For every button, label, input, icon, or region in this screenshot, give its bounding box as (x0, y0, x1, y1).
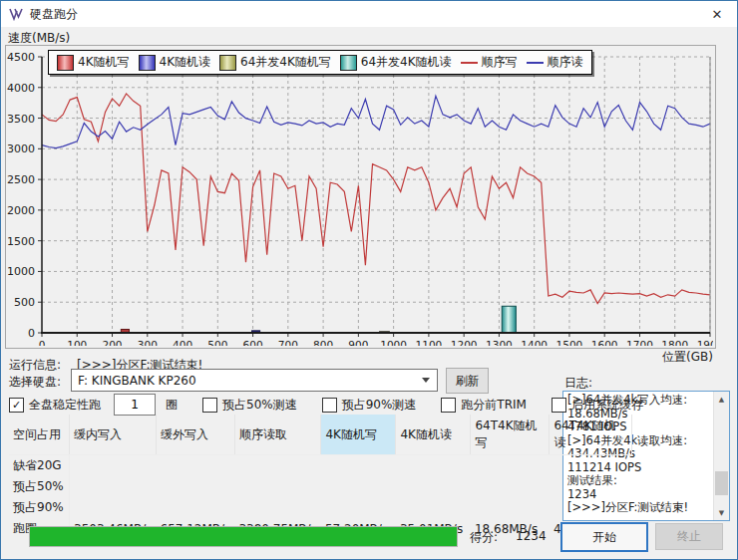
checkbox[interactable] (202, 398, 217, 413)
table-cell (321, 455, 396, 477)
close-icon[interactable]: ✕ (697, 1, 737, 27)
bar-64并发4K随机读 (502, 306, 516, 333)
refresh-button[interactable]: 刷新 (446, 368, 489, 394)
series-顺序写 (42, 94, 710, 304)
legend-line-icon (461, 62, 478, 64)
legend-label: 顺序写 (482, 54, 518, 71)
disk-combobox-value: F: KINGBANK KP260 (78, 374, 422, 388)
option-stability[interactable]: ✓ 全盘稳定性跑 (9, 397, 101, 414)
table-header-64T4K随机读[interactable]: 64T4K随机读 (550, 415, 632, 455)
table-cell (234, 476, 321, 497)
legend-label: 4K随机写 (78, 54, 130, 71)
svg-text:1500: 1500 (556, 339, 583, 346)
table-cell (396, 497, 471, 518)
option-跑分前TRIM[interactable]: 跑分前TRIM (441, 397, 527, 414)
x-axis-title: 位置(GB) (637, 349, 713, 366)
title-bar: 硬盘跑分 ✕ (1, 1, 737, 27)
table-cell: 预占90% (9, 497, 70, 518)
table-cell (550, 476, 632, 497)
table-cell (70, 455, 157, 477)
legend-label: 64并发4K随机读 (361, 54, 452, 71)
run-info-label: 运行信息: (9, 357, 61, 374)
table-header-顺序读取[interactable]: 顺序读取 (234, 415, 321, 455)
benchmark-window: 硬盘跑分 ✕ 速度(MB/s) 050010001500200025003000… (0, 0, 738, 560)
legend-item: 4K随机读 (139, 54, 211, 71)
legend-item: 64并发4K随机写 (219, 54, 331, 71)
legend-swatch-icon (340, 55, 357, 71)
svg-text:0: 0 (39, 339, 46, 346)
table-cell (321, 476, 396, 497)
table-cell (70, 497, 157, 518)
options-row: ✓ 全盘稳定性跑 圈 预占50%测速预占90%测速跑分前TRIM启用系统缓存 (9, 393, 643, 417)
svg-text:4000: 4000 (7, 82, 35, 95)
scroll-up-icon[interactable]: ▲ (714, 392, 729, 407)
svg-text:900: 900 (348, 339, 368, 346)
disk-combobox[interactable]: F: KINGBANK KP260 (71, 369, 438, 392)
table-header-缓外写入[interactable]: 缓外写入 (157, 415, 235, 455)
checkbox-stability[interactable]: ✓ (9, 398, 24, 413)
table-cell (157, 497, 235, 518)
svg-text:600: 600 (243, 339, 263, 346)
legend-swatch-icon (139, 55, 156, 71)
start-button[interactable]: 开始 (560, 522, 648, 552)
table-row[interactable]: 预占50% (9, 476, 632, 497)
legend-label: 4K随机读 (160, 54, 211, 71)
app-icon (9, 8, 23, 21)
svg-text:300: 300 (138, 339, 158, 346)
svg-text:1300: 1300 (486, 339, 513, 346)
table-cell (234, 455, 321, 477)
chart-canvas: 0500100015002000250030003500400045000100… (6, 46, 713, 346)
table-cell (471, 476, 550, 497)
scrollbar-thumb[interactable] (715, 471, 728, 495)
table-header-空间占用[interactable]: 空间占用 (9, 415, 70, 455)
score-value: 1234 (516, 529, 547, 543)
legend-swatch-icon (219, 55, 236, 71)
log-scrollbar[interactable]: ▲ ▼ (713, 392, 729, 520)
option-label: 启用系统缓存 (571, 397, 643, 414)
option-label: 跑分前TRIM (461, 397, 527, 414)
legend-label: 64并发4K随机写 (240, 54, 331, 71)
option-预占90%测速[interactable]: 预占90%测速 (322, 397, 417, 414)
svg-text:2500: 2500 (7, 173, 35, 186)
svg-text:800: 800 (313, 339, 333, 346)
table-cell (550, 497, 632, 518)
svg-text:1500: 1500 (7, 235, 35, 248)
legend-label: 顺序读 (548, 54, 583, 71)
svg-text:1200: 1200 (451, 339, 478, 346)
stop-button[interactable]: 终止 (655, 523, 723, 550)
log-label: 日志: (564, 375, 592, 392)
option-启用系统缓存[interactable]: 启用系统缓存 (552, 397, 643, 414)
table-cell (70, 476, 157, 497)
loop-count-input[interactable] (114, 394, 156, 416)
checkbox[interactable] (322, 398, 337, 413)
table-header-4K随机写[interactable]: 4K随机写 (321, 415, 396, 455)
chevron-down-icon (422, 378, 430, 383)
legend-item: 顺序写 (461, 54, 518, 71)
svg-text:1000: 1000 (380, 339, 407, 346)
table-cell (157, 476, 235, 497)
table-row[interactable]: 缺省20G (9, 455, 632, 477)
loop-unit-label: 圈 (166, 397, 178, 414)
table-row[interactable]: 预占90% (9, 497, 632, 518)
checkbox[interactable] (441, 398, 456, 413)
svg-text:3000: 3000 (7, 142, 35, 155)
table-header-64T4K随机写[interactable]: 64T4K随机写 (471, 415, 550, 455)
table-cell: 预占50% (9, 476, 70, 497)
checkbox[interactable] (552, 398, 566, 413)
results-table[interactable]: 空间占用缓内写入缓外写入顺序读取4K随机写4K随机读64T4K随机写64T4K随… (9, 415, 632, 539)
table-cell: 缺省20G (9, 455, 70, 477)
svg-text:500: 500 (207, 339, 227, 346)
table-header-缓内写入[interactable]: 缓内写入 (70, 415, 157, 455)
svg-text:1800: 1800 (661, 339, 688, 346)
option-预占50%测速[interactable]: 预占50%测速 (202, 397, 297, 414)
table-header-4K随机读[interactable]: 4K随机读 (396, 415, 471, 455)
svg-text:1600: 1600 (591, 339, 618, 346)
scroll-down-icon[interactable]: ▼ (714, 505, 729, 520)
table-cell (471, 497, 550, 518)
table-cell (157, 455, 235, 477)
window-title: 硬盘跑分 (30, 6, 78, 23)
svg-text:1100: 1100 (416, 339, 443, 346)
svg-text:1700: 1700 (626, 339, 653, 346)
svg-text:100: 100 (67, 339, 87, 346)
svg-text:1400: 1400 (521, 339, 548, 346)
